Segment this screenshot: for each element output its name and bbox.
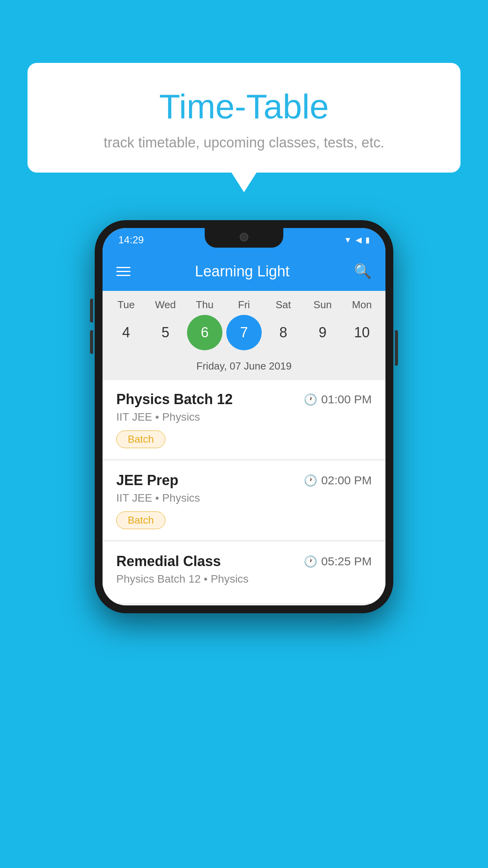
day-name-tue: Tue xyxy=(108,299,144,311)
day-name-wed: Wed xyxy=(148,299,183,311)
day-8[interactable]: 8 xyxy=(266,315,301,350)
day-name-sat: Sat xyxy=(266,299,301,311)
volume-up-button xyxy=(90,299,93,322)
signal-icon: ◀ xyxy=(356,235,361,245)
menu-icon[interactable] xyxy=(116,267,130,276)
event-time-text-1: 01:00 PM xyxy=(321,393,372,406)
speech-bubble-section: Time-Table track timetable, upcoming cla… xyxy=(28,63,460,173)
feature-subtitle: track timetable, upcoming classes, tests… xyxy=(47,134,441,151)
day-name-fri: Fri xyxy=(226,299,262,311)
event-time-1: 🕐 01:00 PM xyxy=(304,393,372,406)
event-subtitle-2: IIT JEE • Physics xyxy=(116,492,372,504)
event-time-text-2: 02:00 PM xyxy=(321,474,372,487)
selected-date-label: Friday, 07 June 2019 xyxy=(103,356,385,380)
batch-tag-1: Batch xyxy=(116,430,165,448)
event-title-3: Remedial Class xyxy=(116,553,221,570)
event-subtitle-3: Physics Batch 12 • Physics xyxy=(116,573,372,585)
day-5[interactable]: 5 xyxy=(148,315,183,350)
event-title-2: JEE Prep xyxy=(116,472,178,489)
day-name-thu: Thu xyxy=(187,299,222,311)
event-card-1[interactable]: Physics Batch 12 🕐 01:00 PM IIT JEE • Ph… xyxy=(103,380,385,460)
day-4[interactable]: 4 xyxy=(108,315,144,350)
speech-bubble-card: Time-Table track timetable, upcoming cla… xyxy=(28,63,460,173)
day-name-mon: Mon xyxy=(344,299,380,311)
day-names-row: Tue Wed Thu Fri Sat Sun Mon xyxy=(103,299,385,315)
event-card-3[interactable]: Remedial Class 🕐 05:25 PM Physics Batch … xyxy=(103,542,385,604)
app-title: Learning Light xyxy=(142,263,342,280)
event-header-3: Remedial Class 🕐 05:25 PM xyxy=(116,553,372,570)
event-subtitle-1: IIT JEE • Physics xyxy=(116,411,372,423)
day-7-selected[interactable]: 7 xyxy=(226,315,262,350)
calendar-strip: Tue Wed Thu Fri Sat Sun Mon 4 5 6 7 8 9 … xyxy=(103,291,385,380)
status-time: 14:29 xyxy=(118,234,144,246)
event-time-3: 🕐 05:25 PM xyxy=(304,555,372,568)
app-bar: Learning Light 🔍 xyxy=(103,252,385,291)
day-10[interactable]: 10 xyxy=(344,315,380,350)
day-name-sun: Sun xyxy=(305,299,340,311)
volume-down-button xyxy=(90,330,93,354)
clock-icon-1: 🕐 xyxy=(304,393,317,406)
wifi-icon: ▼ xyxy=(344,235,352,245)
power-button xyxy=(395,330,398,366)
phone-frame: 14:29 ▼ ◀ ▮ Learning Light 🔍 xyxy=(95,220,393,613)
event-header-1: Physics Batch 12 🕐 01:00 PM xyxy=(116,391,372,408)
batch-tag-2: Batch xyxy=(116,511,165,529)
day-6-today[interactable]: 6 xyxy=(187,315,222,350)
event-header-2: JEE Prep 🕐 02:00 PM xyxy=(116,472,372,489)
phone-mockup: 14:29 ▼ ◀ ▮ Learning Light 🔍 xyxy=(95,220,393,613)
day-numbers-row: 4 5 6 7 8 9 10 xyxy=(103,315,385,356)
event-time-text-3: 05:25 PM xyxy=(321,555,372,568)
event-card-2[interactable]: JEE Prep 🕐 02:00 PM IIT JEE • Physics Ba… xyxy=(103,461,385,541)
event-title-1: Physics Batch 12 xyxy=(116,391,233,408)
phone-notch xyxy=(205,228,283,248)
day-9[interactable]: 9 xyxy=(305,315,340,350)
status-icons: ▼ ◀ ▮ xyxy=(344,235,370,245)
event-time-2: 🕐 02:00 PM xyxy=(304,474,372,487)
feature-title: Time-Table xyxy=(47,86,441,127)
search-icon[interactable]: 🔍 xyxy=(354,263,372,280)
phone-screen: 14:29 ▼ ◀ ▮ Learning Light 🔍 xyxy=(103,228,385,605)
battery-icon: ▮ xyxy=(365,235,370,245)
clock-icon-3: 🕐 xyxy=(304,555,317,568)
events-list: Physics Batch 12 🕐 01:00 PM IIT JEE • Ph… xyxy=(103,380,385,604)
clock-icon-2: 🕐 xyxy=(304,474,317,487)
front-camera xyxy=(240,233,248,241)
